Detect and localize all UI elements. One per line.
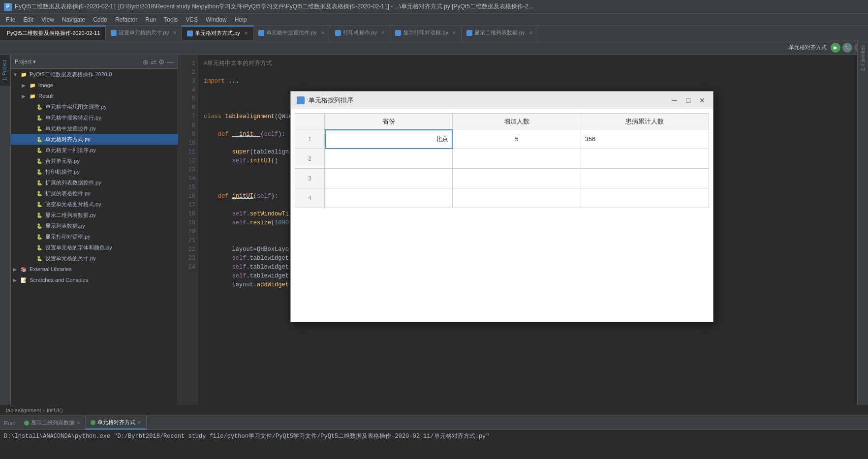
- tree-file-6[interactable]: ▶ 🐍 打印机操作.py: [11, 166, 178, 177]
- panel-tab-favorites[interactable]: 2: Favorites: [858, 40, 868, 76]
- panel-settings-icon[interactable]: ⚙: [158, 58, 165, 66]
- breadcrumb-class: tablealignment: [6, 407, 41, 413]
- table-row-3: 4: [295, 188, 709, 208]
- cell-3-1[interactable]: [453, 188, 581, 208]
- close-tab-4[interactable]: ✕: [452, 30, 456, 35]
- tab-project[interactable]: PyQt5二维数据及表格操作-2020-02-11: [0, 26, 106, 40]
- row-num-1: 2: [295, 149, 325, 169]
- table-header-col3: 患病累计人数: [581, 114, 709, 129]
- menu-window[interactable]: Window: [202, 15, 231, 24]
- tab-file-4[interactable]: 显示打印对话框.py ✕: [390, 26, 462, 40]
- close-tab-0[interactable]: ✕: [173, 30, 177, 35]
- tree-folder-result[interactable]: ▶ 📁 Result: [11, 91, 178, 101]
- cell-3-0[interactable]: [325, 188, 453, 208]
- bottom-tab-0[interactable]: 显示二维列表数据 ✕: [19, 416, 86, 429]
- tree-file-10[interactable]: ▶ 🐍 显示二维列表数据.py: [11, 210, 178, 220]
- tree-file-5[interactable]: ▶ 🐍 合并单元格.py: [11, 155, 178, 166]
- dialog-close-button[interactable]: ✕: [697, 95, 707, 105]
- tree-file-3[interactable]: ▶ 🐍 单元格对齐方式.py: [11, 134, 178, 145]
- file-icon-4: [395, 30, 401, 36]
- table-row-0: 1 北京 5 356: [295, 129, 709, 149]
- close-tab-1[interactable]: ✕: [244, 31, 248, 36]
- file-icon-5: [466, 30, 472, 36]
- menu-view[interactable]: View: [37, 15, 58, 24]
- tree-file-12[interactable]: ▶ 🐍 显示打印对话框.py: [11, 231, 178, 242]
- panel-sync-icon[interactable]: ⇄: [151, 58, 156, 66]
- table-header-col2: 增加人数: [453, 114, 581, 129]
- menu-navigate[interactable]: Navigate: [58, 15, 89, 24]
- tree-file-14[interactable]: ▶ 🐍 设置单元格的尺寸.py: [11, 253, 178, 264]
- bottom-content: D:\Install\ANACONDA\python.exe "D:/Byrbt…: [0, 430, 868, 459]
- tree-file-8[interactable]: ▶ 🐍 扩展的表格控件.py: [11, 188, 178, 199]
- close-tab-2[interactable]: ✕: [321, 30, 325, 35]
- cell-0-0[interactable]: 北京: [325, 129, 453, 149]
- run-config-label: 单元格对齐方式: [789, 44, 827, 51]
- menu-edit[interactable]: Edit: [19, 15, 37, 24]
- cell-2-2[interactable]: [581, 169, 709, 188]
- side-panel-strip: 1: Project: [0, 55, 11, 405]
- menu-refactor[interactable]: Refactor: [111, 15, 141, 24]
- tab-file-1[interactable]: 单元格对齐方式.py ✕: [182, 26, 253, 40]
- dialog-minimize-button[interactable]: ─: [670, 95, 680, 105]
- tree-external-libs[interactable]: ▶ 📚 External Libraries: [11, 264, 178, 275]
- cell-3-2[interactable]: [581, 188, 709, 208]
- run-button[interactable]: ▶: [831, 43, 840, 53]
- menu-run[interactable]: Run: [141, 15, 160, 24]
- project-tree: ▼ 📁 PyQt5二维数据及表格操作-2020-0 ▶ 📁 image ▶ 📁 …: [11, 69, 178, 285]
- menu-code[interactable]: Code: [89, 15, 111, 24]
- tab-file-3[interactable]: 打印机操作.py ✕: [330, 26, 391, 40]
- dialog-maximize-button[interactable]: □: [683, 95, 693, 105]
- project-panel: Project ▾ ⊕ ⇄ ⚙ — ▼ 📁 PyQt5二维数据及表格操作-202…: [11, 55, 178, 405]
- tree-file-1[interactable]: ▶ 🐍 单元格中搜索特定行.py: [11, 112, 178, 123]
- cell-1-2[interactable]: [581, 149, 709, 169]
- tree-file-2[interactable]: ▶ 🐍 单元格中放置控件.py: [11, 123, 178, 134]
- dialog-title: 单元格按列排序: [309, 96, 666, 105]
- close-tab-5[interactable]: ✕: [529, 30, 533, 35]
- tree-file-0[interactable]: ▶ 🐍 单元格中实现图文混排.py: [11, 101, 178, 112]
- tab-file-5[interactable]: 显示二维列表数据.py ✕: [462, 26, 538, 40]
- menu-bar: File Edit View Navigate Code Refactor Ru…: [0, 14, 868, 26]
- panel-add-icon[interactable]: ⊕: [143, 58, 149, 66]
- file-icon-3: [335, 30, 341, 36]
- app-icon: P: [4, 3, 12, 11]
- tree-folder-image[interactable]: ▶ 📁 image: [11, 80, 178, 91]
- title-bar: P PyQt5二维数据及表格操作-2020-02-11 [D:\Byrbt201…: [0, 0, 868, 14]
- close-bottom-tab-1[interactable]: ✕: [137, 420, 141, 425]
- tree-file-11[interactable]: ▶ 🐍 显示列表数据.py: [11, 220, 178, 231]
- file-icon-2: [258, 30, 264, 36]
- tab-file-0[interactable]: 设置单元格的尺寸.py ✕: [106, 26, 183, 40]
- bottom-tab-1[interactable]: 单元格对齐方式 ✕: [86, 416, 147, 429]
- tab-file-2[interactable]: 单元格中放置控件.py ✕: [253, 26, 330, 40]
- menu-file[interactable]: File: [2, 15, 19, 24]
- breadcrumb-method: initUI(): [47, 407, 62, 413]
- cell-0-1[interactable]: 5: [453, 129, 581, 149]
- table-row-2: 3: [295, 169, 709, 188]
- menu-help[interactable]: Help: [231, 15, 251, 24]
- panel-tab-project[interactable]: 1: Project: [0, 55, 10, 86]
- tree-root[interactable]: ▼ 📁 PyQt5二维数据及表格操作-2020-0: [11, 69, 178, 80]
- debug-button[interactable]: 🐛: [842, 43, 852, 53]
- run-status-icon-0: [24, 421, 29, 426]
- tree-file-7[interactable]: ▶ 🐍 扩展的列表数据控件.py: [11, 177, 178, 188]
- run-label: Run:: [0, 416, 19, 429]
- menu-tools[interactable]: Tools: [160, 15, 182, 24]
- cell-2-0[interactable]: [325, 169, 453, 188]
- tree-file-13[interactable]: ▶ 🐍 设置单元格的字体和颜色.py: [11, 242, 178, 253]
- close-tab-3[interactable]: ✕: [381, 30, 385, 35]
- close-bottom-tab-0[interactable]: ✕: [76, 420, 80, 426]
- file-icon-1: [187, 31, 193, 36]
- tree-file-4[interactable]: ▶ 🐍 单元格某一列排序.py: [11, 145, 178, 155]
- menu-vcs[interactable]: VCS: [182, 15, 202, 24]
- cell-2-1[interactable]: [453, 169, 581, 188]
- favorites-strip: 2: Favorites: [857, 40, 868, 405]
- tree-file-9[interactable]: ▶ 🐍 改变单元格图片格式.py: [11, 199, 178, 210]
- cell-0-2[interactable]: 356: [581, 129, 709, 149]
- bottom-panel: Run: 显示二维列表数据 ✕ 单元格对齐方式 ✕ D:\Install\ANA…: [0, 416, 868, 459]
- cell-1-0[interactable]: [325, 149, 453, 169]
- cell-1-1[interactable]: [453, 149, 581, 169]
- tree-scratches[interactable]: ▶ 📝 Scratches and Consoles: [11, 275, 178, 285]
- window-title: PyQt5二维数据及表格操作-2020-02-11 [D:\Byrbt2018\…: [15, 2, 864, 11]
- panel-minimize-icon[interactable]: —: [167, 58, 174, 66]
- dialog[interactable]: 单元格按列排序 ─ □ ✕ 省份 增加人数 患病累计人数 1: [290, 91, 713, 322]
- run-status-icon-1: [91, 420, 95, 425]
